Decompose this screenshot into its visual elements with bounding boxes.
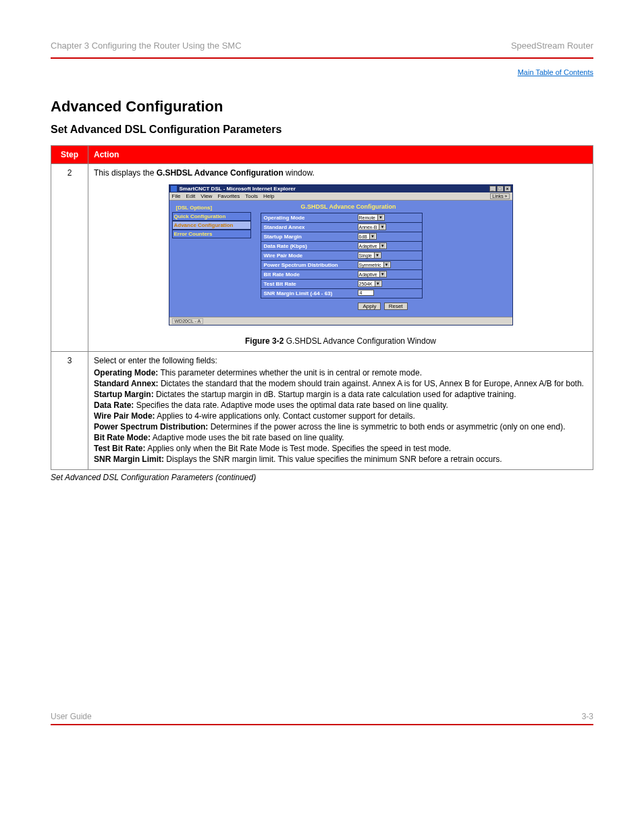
- menu-edit[interactable]: Edit: [186, 193, 195, 199]
- config-label: Data Rate (Kbps): [261, 242, 356, 251]
- menu-help[interactable]: Help: [263, 193, 274, 199]
- subsection-title: Set Advanced DSL Configuration Parameter…: [51, 124, 593, 136]
- config-value-cell: 2504K▼: [356, 280, 422, 288]
- field-text: Dictates the standard that the modem sho…: [159, 379, 584, 388]
- field-text: Displays the SNR margin limit. This valu…: [164, 454, 502, 464]
- field-description: SNR Margin Limit: Displays the SNR margi…: [94, 454, 587, 464]
- field-description: Bit Rate Mode: Adaptive mode uses the bi…: [94, 433, 587, 442]
- links-button[interactable]: Links »: [490, 193, 509, 199]
- minimize-button[interactable]: _: [489, 186, 496, 192]
- window-titlebar: SmartCNCT DSL - Microsoft Internet Explo…: [169, 185, 512, 192]
- config-row: Bit Rate ModeAdaptive▼: [261, 269, 422, 279]
- chevron-down-icon: ▼: [379, 243, 385, 249]
- config-value-cell: 6dB▼: [356, 232, 422, 241]
- button-row: Apply Reset: [261, 303, 506, 310]
- select-input[interactable]: Single▼: [358, 252, 381, 259]
- field-name: Startup Margin:: [94, 390, 154, 399]
- footer-right: 3-3: [582, 712, 593, 721]
- page-footer: User Guide 3-3: [51, 712, 593, 721]
- select-input[interactable]: Remote▼: [358, 214, 385, 221]
- figure-wrap: SmartCNCT DSL - Microsoft Internet Explo…: [94, 178, 587, 332]
- apply-button[interactable]: Apply: [358, 303, 381, 310]
- select-input[interactable]: Symmetric▼: [358, 261, 391, 268]
- header-rule: [51, 57, 593, 59]
- table-row: 2 This displays the G.SHDSL Advance Conf…: [51, 164, 593, 352]
- config-row: Wire Pair ModeSingle▼: [261, 251, 422, 260]
- sidebar-item[interactable]: Error Counters: [172, 230, 251, 238]
- select-input[interactable]: 2504K▼: [358, 280, 382, 287]
- chevron-down-icon: ▼: [383, 262, 390, 267]
- field-description: Power Spectrum Distribution: Determines …: [94, 422, 587, 432]
- continued-caption: Set Advanced DSL Configuration Parameter…: [51, 473, 593, 482]
- field-name: Test Bit Rate:: [94, 444, 145, 453]
- footer-rule: [51, 724, 593, 725]
- step-number: 2: [51, 164, 88, 352]
- config-value-cell: Adaptive▼: [356, 270, 422, 279]
- header-left: Chapter 3 Configuring the Router Using t…: [51, 41, 242, 51]
- field-name: SNR Margin Limit:: [94, 454, 164, 464]
- config-value-cell: Annex-B▼: [356, 223, 422, 232]
- field-text: Applies only when the Bit Rate Mode is T…: [145, 444, 451, 453]
- config-row: Test Bit Rate2504K▼: [261, 279, 422, 288]
- menu-favorites[interactable]: Favorites: [217, 193, 240, 199]
- step-action: Select or enter the following fields: Op…: [88, 352, 593, 470]
- text-input[interactable]: 4: [358, 290, 374, 296]
- text: This displays the: [94, 168, 157, 178]
- config-row: SNR Margin Limit (-64 - 63)4: [261, 288, 422, 298]
- menu-file[interactable]: File: [172, 193, 181, 199]
- menu-view[interactable]: View: [200, 193, 212, 199]
- select-input[interactable]: Annex-B▼: [358, 224, 387, 230]
- section-title: Advanced Configuration: [51, 98, 593, 115]
- text-bold: G.SHDSL Advance Configuration: [157, 168, 284, 178]
- field-name: Standard Annex:: [94, 379, 159, 388]
- config-title: G.SHDSL Advance Configuration: [301, 203, 506, 210]
- config-row: Startup Margin6dB▼: [261, 232, 422, 241]
- reset-button[interactable]: Reset: [384, 303, 408, 310]
- close-button[interactable]: ×: [504, 186, 511, 192]
- menu-bar: File Edit View Favorites Tools Help Link…: [169, 192, 512, 201]
- table-row: 3 Select or enter the following fields: …: [51, 352, 593, 470]
- field-description: Data Rate: Specifies the data rate. Adap…: [94, 400, 587, 410]
- field-text: Specifies the data rate. Adaptive mode u…: [134, 400, 448, 410]
- config-label: Bit Rate Mode: [261, 270, 356, 279]
- config-value-cell: 4: [356, 289, 422, 298]
- field-text: Determines if the power across the line …: [208, 422, 565, 432]
- config-row: Data Rate (Kbps)Adaptive▼: [261, 241, 422, 251]
- sidebar-item[interactable]: Quick Configuration: [172, 212, 251, 221]
- field-description-list: Operating Mode: This parameter determine…: [94, 368, 587, 464]
- ie-icon: [171, 186, 177, 192]
- config-label: Test Bit Rate: [261, 280, 356, 288]
- menu-tools[interactable]: Tools: [245, 193, 258, 199]
- select-input[interactable]: Adaptive▼: [358, 271, 387, 278]
- sidebar-item[interactable]: Advance Configuration: [172, 221, 251, 230]
- sidebar-title: [DSL Options]: [172, 205, 251, 211]
- config-row: Power Spectrum DistributionSymmetric▼: [261, 260, 422, 269]
- figure-title: G.SHDSL Advance Configuration Window: [284, 336, 436, 346]
- toc-link[interactable]: Main Table of Contents: [518, 68, 593, 76]
- chevron-down-icon: ▼: [375, 281, 381, 286]
- select-input[interactable]: 6dB▼: [358, 233, 377, 240]
- field-description: Standard Annex: Dictates the standard th…: [94, 379, 587, 388]
- config-value-cell: Remote▼: [356, 213, 422, 222]
- config-label: Standard Annex: [261, 223, 356, 232]
- chevron-down-icon: ▼: [379, 271, 385, 277]
- text: window.: [284, 168, 315, 178]
- field-description: Test Bit Rate: Applies only when the Bit…: [94, 444, 587, 453]
- field-text: This parameter determines whether the un…: [158, 368, 422, 377]
- step-number: 3: [51, 352, 88, 470]
- field-name: Bit Rate Mode:: [94, 433, 151, 442]
- browser-body: [DSL Options] Quick ConfigurationAdvance…: [169, 201, 512, 317]
- field-description: Operating Mode: This parameter determine…: [94, 368, 587, 377]
- select-input[interactable]: Adaptive▼: [358, 242, 387, 249]
- maximize-button[interactable]: □: [497, 186, 504, 192]
- footer-left: User Guide: [51, 712, 92, 721]
- status-text: WD20CL - A: [172, 318, 204, 324]
- config-value-cell: Single▼: [356, 251, 422, 260]
- config-label: SNR Margin Limit (-64 - 63): [261, 289, 356, 298]
- config-label: Power Spectrum Distribution: [261, 261, 356, 269]
- step-lead: Select or enter the following fields:: [94, 356, 587, 365]
- chevron-down-icon: ▼: [379, 224, 385, 230]
- chevron-down-icon: ▼: [374, 253, 380, 258]
- page-header: Chapter 3 Configuring the Router Using t…: [51, 41, 593, 51]
- steps-table: Step Action 2 This displays the G.SHDSL …: [51, 145, 593, 470]
